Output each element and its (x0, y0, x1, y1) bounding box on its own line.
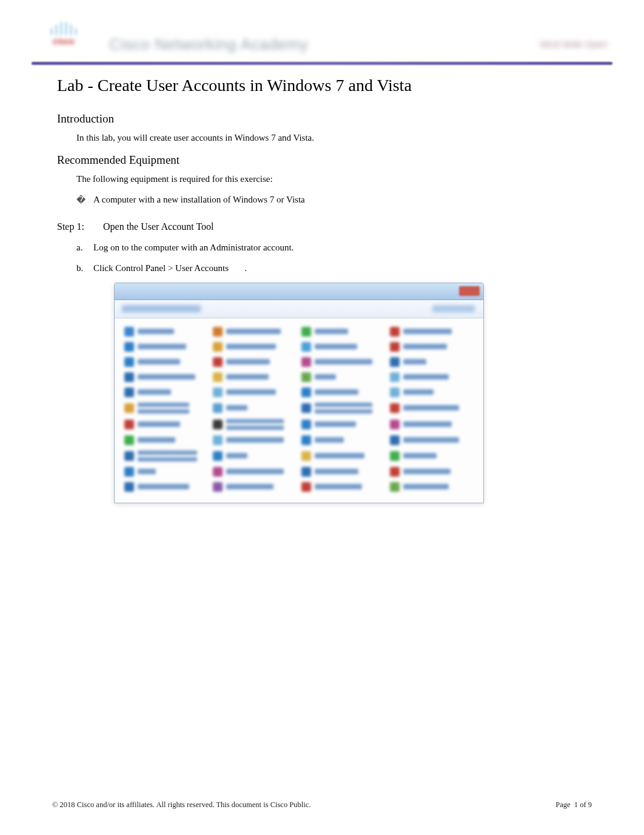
control-panel-item-icon (301, 342, 311, 352)
control-panel-item-icon (301, 420, 311, 429)
control-panel-item (390, 467, 474, 477)
control-panel-item-label (138, 359, 180, 364)
control-panel-item-label (226, 453, 247, 458)
control-panel-item-icon (124, 403, 134, 413)
control-panel-item-icon (124, 342, 134, 352)
control-panel-item-label (138, 374, 195, 380)
control-panel-item (301, 435, 385, 445)
control-panel-item-icon (301, 357, 311, 367)
control-panel-item (213, 387, 297, 397)
footer-page: Page 1 of 9 (555, 800, 592, 810)
control-panel-item (390, 435, 474, 445)
control-panel-item (390, 403, 474, 414)
control-panel-item (124, 327, 208, 337)
control-panel-item-label (315, 344, 357, 349)
banner-slogan: Mind Wide Open (540, 39, 608, 49)
control-panel-item (213, 403, 297, 414)
control-panel-item (213, 327, 297, 337)
step-1b: b. Click Control Panel > User Accounts . (76, 261, 608, 275)
step-1b-text: Click Control Panel > User Accounts . (93, 261, 247, 275)
control-panel-item (124, 467, 208, 477)
breadcrumb-placeholder (122, 305, 201, 312)
control-panel-item-icon (213, 435, 223, 445)
control-panel-item (213, 372, 297, 382)
control-panel-item-icon (124, 467, 134, 477)
control-panel-item (124, 482, 208, 492)
control-panel-item-icon (213, 420, 223, 429)
control-panel-item-icon (213, 467, 223, 477)
control-panel-item-label (226, 419, 284, 430)
page-title: Lab - Create User Accounts in Windows 7 … (57, 76, 608, 95)
control-panel-item-label (226, 329, 281, 334)
control-panel-item-label (226, 374, 269, 380)
control-panel-item-label (226, 405, 247, 411)
control-panel-item-label (315, 359, 372, 364)
control-panel-item (124, 372, 208, 382)
window-titlebar (115, 283, 483, 300)
control-panel-item-label (315, 403, 372, 414)
control-panel-item-icon (213, 387, 223, 397)
control-panel-item (124, 435, 208, 445)
control-panel-item-icon (390, 482, 400, 492)
control-panel-item-icon (301, 451, 311, 461)
equipment-heading: Recommended Equipment (57, 153, 608, 167)
control-panel-item-icon (390, 327, 400, 337)
control-panel-item-label (403, 484, 449, 489)
control-panel-item (213, 467, 297, 477)
equipment-bullet-text: A computer with a new installation of Wi… (93, 195, 305, 205)
control-panel-item (301, 482, 385, 492)
control-panel-item-icon (301, 482, 311, 492)
control-panel-item (213, 435, 297, 445)
control-panel-item-label (403, 374, 449, 380)
equipment-bullet: � A computer with a new installation of … (76, 195, 608, 206)
control-panel-item-label (315, 374, 336, 380)
control-panel-item (390, 372, 474, 382)
control-panel-screenshot (114, 283, 484, 503)
equipment-text: The following equipment is required for … (76, 173, 608, 186)
control-panel-item (124, 357, 208, 367)
control-panel-item (213, 342, 297, 352)
control-panel-item-icon (124, 387, 134, 397)
control-panel-item (124, 451, 208, 461)
step-1a-text: Log on to the computer with an Administr… (93, 241, 293, 255)
control-panel-item-icon (213, 451, 223, 461)
cisco-logo: cisco (36, 22, 91, 46)
footer-page-of: of (578, 800, 588, 809)
control-panel-item (301, 327, 385, 337)
control-panel-item-label (138, 389, 171, 395)
control-panel-item (124, 387, 208, 397)
list-marker-a: a. (76, 241, 93, 255)
control-panel-item-label (403, 421, 452, 427)
control-panel-item-label (226, 484, 273, 489)
step-1a: a. Log on to the computer with an Admini… (76, 241, 608, 255)
control-panel-item (124, 419, 208, 430)
control-panel-item-label (403, 389, 434, 395)
cisco-logo-bars (36, 22, 91, 35)
introduction-heading: Introduction (57, 112, 608, 126)
control-panel-item-label (226, 359, 270, 364)
control-panel-item-icon (301, 387, 311, 397)
control-panel-item (124, 403, 208, 414)
banner-title: Cisco Networking Academy (109, 35, 308, 54)
control-panel-item-label (226, 389, 276, 395)
control-panel-item-label (138, 437, 175, 443)
control-panel-item (301, 372, 385, 382)
control-panel-item-label (138, 469, 156, 474)
control-panel-item (390, 342, 474, 352)
control-panel-item (213, 482, 297, 492)
footer-page-prefix: Page (555, 800, 572, 809)
control-panel-item-label (315, 469, 358, 474)
footer-copyright: © 2018 Cisco and/or its affiliates. All … (52, 800, 310, 810)
control-panel-item-label (315, 329, 348, 334)
control-panel-item (390, 387, 474, 397)
control-panel-item (213, 419, 297, 430)
control-panel-item-label (403, 405, 459, 411)
control-panel-item-icon (390, 342, 400, 352)
control-panel-item-icon (390, 372, 400, 382)
control-panel-item-label (403, 359, 426, 364)
step-1b-suffix: . (244, 263, 247, 273)
control-panel-item-icon (124, 451, 134, 461)
control-panel-item-label (315, 389, 358, 395)
control-panel-item-label (403, 329, 452, 334)
control-panel-item-icon (301, 467, 311, 477)
